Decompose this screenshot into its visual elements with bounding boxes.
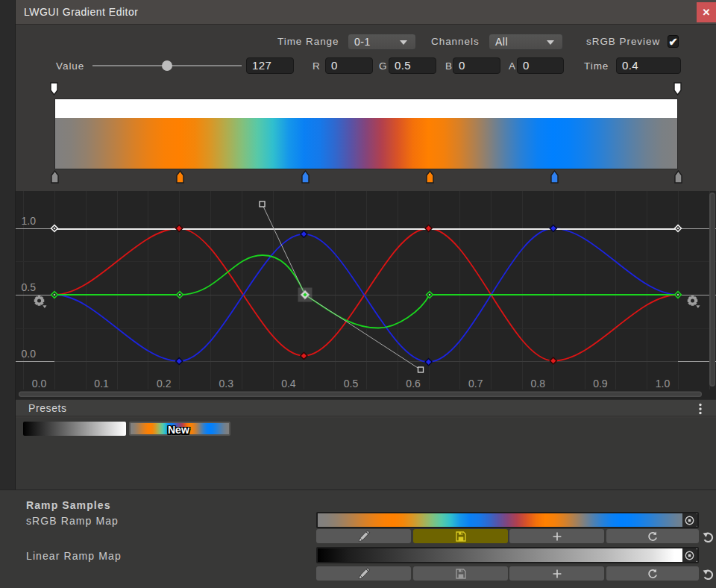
- svg-text:0.7: 0.7: [468, 378, 483, 390]
- svg-text:1.0: 1.0: [22, 215, 37, 227]
- svg-text:0.4: 0.4: [281, 378, 296, 390]
- svg-text:0.8: 0.8: [531, 378, 546, 390]
- svg-text:1.0: 1.0: [656, 378, 671, 390]
- svg-text:0.6: 0.6: [406, 378, 421, 390]
- svg-text:0.3: 0.3: [219, 378, 234, 390]
- svg-text:0.5: 0.5: [344, 378, 359, 390]
- svg-text:0.1: 0.1: [94, 378, 109, 390]
- svg-text:0.5: 0.5: [22, 281, 37, 293]
- svg-text:0.0: 0.0: [32, 378, 47, 390]
- svg-text:0.2: 0.2: [157, 378, 172, 390]
- svg-text:0.0: 0.0: [22, 348, 37, 360]
- svg-text:0.9: 0.9: [593, 378, 608, 390]
